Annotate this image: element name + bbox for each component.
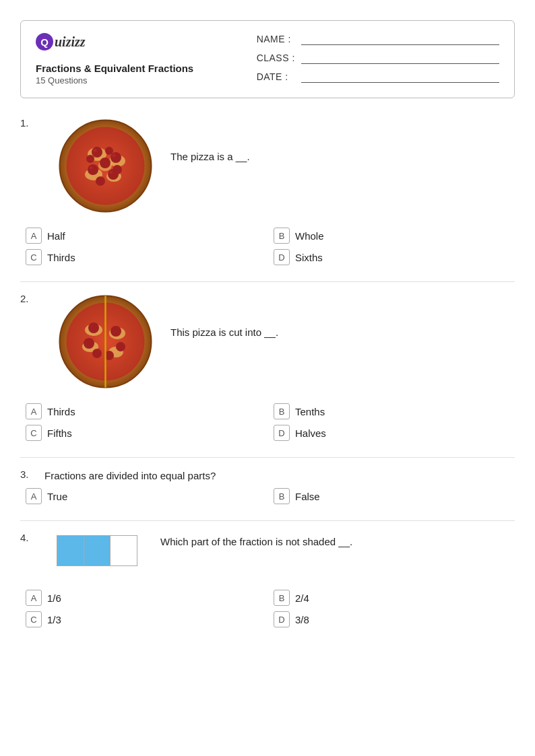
- svg-point-8: [111, 152, 121, 163]
- q2-text-b: Tenths: [295, 406, 325, 417]
- svg-point-17: [113, 154, 116, 158]
- q2-image: [57, 293, 154, 392]
- q3-choices: A True B False: [20, 488, 515, 504]
- svg-point-27: [84, 338, 94, 349]
- svg-point-34: [116, 342, 125, 351]
- svg-point-9: [88, 164, 98, 175]
- svg-point-18: [90, 166, 92, 169]
- fbar-shaded-2: [84, 536, 111, 565]
- q2-text: This pizza is cut into __.: [170, 293, 278, 338]
- q1-text-b: Whole: [295, 230, 324, 242]
- q1-choices: A Half B Whole C Thirds D Sixths: [20, 228, 515, 265]
- fbar-shaded-1: [57, 536, 84, 565]
- class-line[interactable]: [301, 52, 499, 64]
- date-label: DATE :: [257, 71, 297, 82]
- q1-choice-b: B Whole: [274, 228, 515, 244]
- date-line[interactable]: [301, 71, 499, 83]
- worksheet-subtitle: 15 Questions: [36, 75, 257, 85]
- q2-choice-c: C Fifths: [26, 425, 267, 441]
- svg-point-33: [111, 326, 121, 337]
- q4-letter-d: D: [274, 611, 290, 627]
- q2-choices: A Thirds B Tenths C Fifths D Halves: [20, 403, 515, 441]
- q3-letter-b: B: [274, 488, 290, 504]
- q1-number: 1.: [20, 117, 40, 129]
- svg-point-14: [86, 155, 94, 163]
- svg-point-12: [96, 176, 105, 186]
- q2-choice-b: B Tenths: [274, 403, 515, 419]
- q1-letter-b: B: [274, 228, 290, 244]
- q4-choice-a: A 1/6: [26, 590, 267, 606]
- q1-text-a: Half: [47, 230, 65, 242]
- q4-choice-d: D 3/8: [274, 611, 515, 627]
- q1-text-d: Sixths: [295, 252, 323, 263]
- q1-image: [57, 117, 154, 217]
- question-3: 3. Fractions are divided into equal part…: [20, 469, 515, 504]
- quizizz-logo: Q uizizz: [36, 33, 257, 50]
- question-4: 4. Which part of the fraction is not sha…: [20, 532, 515, 627]
- q2-number: 2.: [20, 293, 40, 304]
- name-field-row: NAME :: [257, 33, 499, 45]
- q4-letter-c: C: [26, 611, 42, 627]
- q2-letter-d: D: [274, 425, 290, 441]
- pizza-halves-icon: [57, 293, 154, 390]
- q4-choice-b: B 2/4: [274, 590, 515, 606]
- worksheet-title: Fractions & Equivalent Fractions: [36, 63, 257, 74]
- q1-choice-c: C Thirds: [26, 249, 267, 265]
- q4-choices: A 1/6 B 2/4 C 1/3 D 3/8: [20, 590, 515, 627]
- q4-image: [57, 532, 144, 570]
- q3-text-a: True: [47, 491, 67, 502]
- svg-point-16: [94, 149, 97, 152]
- class-field-row: CLASS :: [257, 52, 499, 64]
- logo-q: Q: [36, 33, 53, 50]
- name-line[interactable]: [301, 33, 499, 45]
- header-card: Q uizizz Fractions & Equivalent Fraction…: [20, 20, 515, 98]
- q4-text-b: 2/4: [295, 592, 309, 604]
- q1-letter-a: A: [26, 228, 42, 244]
- fraction-bar-visual: [57, 535, 137, 566]
- svg-point-13: [113, 165, 122, 174]
- svg-point-26: [88, 322, 99, 333]
- svg-point-15: [105, 147, 113, 155]
- q4-text-c: 1/3: [47, 614, 61, 625]
- question-2: 2.: [20, 293, 515, 441]
- q2-choice-a: A Thirds: [26, 403, 267, 419]
- header-right: NAME : CLASS : DATE :: [257, 33, 499, 83]
- class-label: CLASS :: [257, 53, 297, 63]
- q2-text-c: Fifths: [47, 427, 72, 439]
- svg-point-11: [100, 158, 111, 168]
- q1-choice-a: A Half: [26, 228, 267, 244]
- q2-text-d: Halves: [295, 427, 326, 439]
- question-1: 1.: [20, 117, 515, 265]
- divider-3: [20, 520, 515, 521]
- fbar-unshaded: [111, 536, 137, 565]
- q1-letter-c: C: [26, 249, 42, 265]
- q2-letter-a: A: [26, 403, 42, 419]
- q1-choice-d: D Sixths: [274, 249, 515, 265]
- svg-point-28: [92, 349, 102, 358]
- q2-letter-c: C: [26, 425, 42, 441]
- q4-letter-a: A: [26, 590, 42, 606]
- q4-number: 4.: [20, 532, 40, 543]
- q2-choice-d: D Halves: [274, 425, 515, 441]
- q4-letter-b: B: [274, 590, 290, 606]
- q3-letter-a: A: [26, 488, 42, 504]
- pizza-whole-icon: [57, 117, 154, 215]
- svg-point-7: [92, 147, 102, 158]
- divider-1: [20, 281, 515, 282]
- divider-2: [20, 457, 515, 458]
- q4-text-d: 3/8: [295, 614, 309, 625]
- q4-text: Which part of the fraction is not shaded…: [160, 532, 352, 547]
- q3-text-b: False: [295, 491, 320, 502]
- date-field-row: DATE :: [257, 71, 499, 83]
- q3-number: 3.: [20, 469, 35, 480]
- q1-text: The pizza is a __.: [170, 117, 250, 162]
- q3-text: Fractions are divided into equal parts?: [44, 469, 216, 481]
- header-left: Q uizizz Fractions & Equivalent Fraction…: [36, 33, 257, 85]
- q3-choice-b: B False: [274, 488, 515, 504]
- q4-choice-c: C 1/3: [26, 611, 267, 627]
- q2-text-a: Thirds: [47, 406, 75, 417]
- name-label: NAME :: [257, 34, 297, 44]
- q4-text-a: 1/6: [47, 592, 61, 604]
- logo-text: uizizz: [55, 34, 86, 50]
- q2-letter-b: B: [274, 403, 290, 419]
